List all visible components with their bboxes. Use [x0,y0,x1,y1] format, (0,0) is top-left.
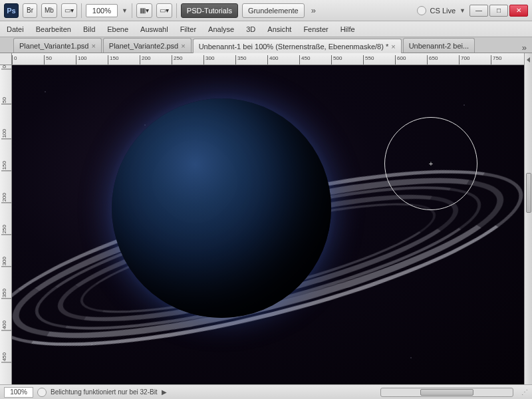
status-zoom-input[interactable]: 100% [4,387,33,398]
separator [176,3,177,18]
document-tab[interactable]: Planet_Variante1.psd× [13,38,102,53]
ruler-origin[interactable] [0,53,12,65]
bridge-button[interactable]: Br [23,3,37,18]
chevron-down-icon[interactable]: ▼ [460,7,466,14]
menu-datei[interactable]: Datei [7,25,24,33]
chevron-down-icon[interactable]: ▼ [122,7,128,14]
menu-analyse[interactable]: Analyse [208,25,234,33]
app-icon: Ps [4,3,19,18]
canvas[interactable] [12,65,524,384]
close-icon[interactable]: × [391,43,395,51]
document-tab-bar: Planet_Variante1.psd× Planet_Variante2.p… [0,37,532,53]
menu-auswahl[interactable]: Auswahl [140,25,168,33]
zoom-input[interactable]: 100% [86,4,118,17]
horizontal-scrollbar[interactable] [380,388,513,397]
workspace: 0501001502002503003504004505005506006507… [0,53,524,384]
minimize-button[interactable]: — [469,5,488,17]
screenmode-dropdown[interactable]: ▭▾ [156,3,172,18]
title-bar: Ps Br Mb ▭▾ 100% ▼ ▦▾ ▭▾ PSD-Tutorials G… [0,0,532,21]
close-icon[interactable]: × [91,42,95,50]
workspace-button[interactable]: PSD-Tutorials [181,3,238,18]
separator [132,3,132,18]
status-bar: 100% Belichtung funktioniert nur bei 32-… [0,384,532,399]
panel-dock[interactable] [524,53,532,384]
menu-ebene[interactable]: Ebene [107,25,128,33]
status-text: Belichtung funktioniert nur bei 32-Bit [51,388,158,396]
vertical-ruler[interactable]: 050100150200250300350400450 [0,65,12,384]
resize-grip-icon[interactable]: ⋰ [521,388,528,396]
menu-bearbeiten[interactable]: Bearbeiten [36,25,71,33]
minibrige-button[interactable]: Mb [41,3,57,18]
arrange-dropdown[interactable]: ▦▾ [136,3,152,18]
document-tab[interactable]: Unbenannt-2 bei... [403,38,475,53]
menu-bar: Datei Bearbeiten Bild Ebene Auswahl Filt… [0,21,532,37]
tab-overflow-icon[interactable]: » [522,43,527,53]
cslive-label[interactable]: CS Live [430,7,456,15]
document-tab-active[interactable]: Unbenannt-1 bei 100% (Sternenstraße, Ebe… [193,39,402,53]
separator [81,3,82,18]
status-info-icon[interactable] [37,388,47,397]
workspace-more-icon[interactable]: » [309,5,319,15]
expand-panels-icon[interactable] [527,57,530,63]
play-icon[interactable]: ▶ [162,388,167,396]
menu-filter[interactable]: Filter [180,25,196,33]
maximize-button[interactable]: □ [489,5,508,17]
close-button[interactable]: ✕ [509,5,528,17]
window-controls: — □ ✕ [469,5,528,17]
menu-fenster[interactable]: Fenster [303,25,328,33]
close-icon[interactable]: × [181,42,185,50]
document-tab[interactable]: Planet_Variante2.psd× [103,38,192,53]
menu-3d[interactable]: 3D [246,25,255,33]
menu-ansicht[interactable]: Ansicht [267,25,291,33]
brush-cursor [384,117,477,210]
cslive-icon[interactable] [417,6,426,15]
canvas-artwork [112,98,331,318]
scrollbar-thumb[interactable] [420,389,473,396]
menu-hilfe[interactable]: Hilfe [340,25,355,33]
layout-dropdown[interactable]: ▭▾ [61,3,77,18]
workspace-secondary-button[interactable]: Grundelemente [242,3,305,18]
horizontal-ruler[interactable]: 0501001502002503003504004505005506006507… [12,53,524,65]
vertical-scrollbar-thumb[interactable] [526,173,531,213]
menu-bild[interactable]: Bild [83,25,95,33]
